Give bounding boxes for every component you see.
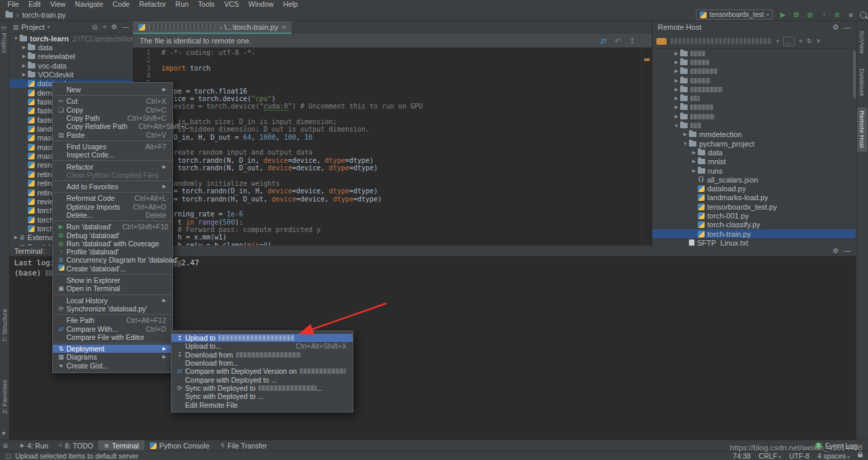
remote-item-redacted[interactable]: ▶ <box>652 76 856 85</box>
context-menu-item-cut[interactable]: ✂CutCtrl+X <box>53 97 172 105</box>
context-menu-item-reformat-code[interactable]: Reformat CodeCtrl+Alt+L <box>53 194 172 202</box>
remote-item-redacted[interactable]: ▶ <box>652 94 856 102</box>
context-menu-item-optimize-imports[interactable]: Optimize ImportsCtrl+Alt+O <box>53 203 172 211</box>
status-widget-4-spaces[interactable]: 4 spaces <box>818 452 850 460</box>
sidebar-item-sciview[interactable]: SciView <box>857 27 867 57</box>
remote-item-redacted[interactable]: ▶ <box>652 58 856 66</box>
search-icon[interactable] <box>860 12 867 18</box>
run-button[interactable]: ▶ <box>778 11 787 18</box>
deployment-item-sync-with-deployed-to[interactable]: ⟳Sync with Deployed to ... <box>172 384 353 392</box>
context-menu-item-open-in-terminal[interactable]: ▣Open in Terminal <box>53 284 172 292</box>
remote-item-redacted[interactable]: ▶ <box>652 103 856 112</box>
menu-edit[interactable]: Edit <box>24 0 45 9</box>
sidebar-item-structure[interactable]: 7: Structure <box>1 309 8 342</box>
expand-icon[interactable]: ▶ <box>673 60 680 65</box>
context-menu-item-deployment[interactable]: ⇅Deployment▶ <box>53 345 172 353</box>
remote-item-torch-001-py[interactable]: torch-001.py <box>652 211 856 220</box>
menu-help[interactable]: Help <box>279 0 303 9</box>
remote-item-redacted[interactable]: ▶ <box>652 112 856 121</box>
editor-panel[interactable]: - \...\torch-train.py × The file is iden… <box>133 20 652 246</box>
stop-button[interactable]: ■ <box>846 11 855 18</box>
editor-scrollbar[interactable] <box>641 49 652 246</box>
collapse-icon[interactable]: ▼ <box>673 123 680 128</box>
settings-icon[interactable]: ⚙ <box>833 247 839 254</box>
tool-window-tab-file-transfer[interactable]: ⇅File Transfer <box>215 440 273 451</box>
code-area[interactable]: 1# -*- coding: utf-8 -*-23import torch45… <box>133 49 642 246</box>
menu-window[interactable]: Window <box>243 0 278 9</box>
status-widget-utf-8[interactable]: UTF-8 <box>789 452 810 460</box>
remote-item-runs[interactable]: ▶runs <box>652 166 856 175</box>
expand-icon[interactable]: ▶ <box>20 45 28 50</box>
remote-item-sftp-linux-txt[interactable]: SFTP_Linux.txt <box>652 238 856 246</box>
remote-item-redacted[interactable]: ▼ <box>652 121 856 130</box>
remote-item-mnist[interactable]: ▶mnist <box>652 157 856 166</box>
remote-item-pycharm-project[interactable]: ▼pycharm_project <box>652 139 856 148</box>
menu-tools[interactable]: Tools <box>193 0 220 9</box>
context-menu-item-clean-python-compiled-files[interactable]: Clean Python Compiled Files <box>53 171 172 179</box>
expand-icon[interactable]: ▶ <box>690 168 698 174</box>
deployment-item-edit-remote-file[interactable]: Edit Remote File <box>172 400 353 408</box>
remote-item-landmarks-load-py[interactable]: landmarks-load.py <box>652 193 856 202</box>
run-config-select[interactable]: tensorboardx_test ▾ <box>696 9 773 20</box>
expand-icon[interactable]: ▶ <box>20 54 28 59</box>
context-menu-item-debug-dataload[interactable]: ✿Debug 'dataload' <box>53 231 172 239</box>
project-item-vocdevkit[interactable]: ▶VOCdevkit <box>9 70 133 79</box>
context-menu-item-diagrams[interactable]: ▦Diagrams▶ <box>53 353 172 361</box>
close-icon[interactable]: × <box>281 23 285 31</box>
project-item-data[interactable]: ▶data <box>9 43 133 52</box>
project-item-torch-learn[interactable]: ▼torch-learnJ:\TCL\projects\torch-learn <box>9 34 133 43</box>
close-icon[interactable]: × <box>816 37 821 45</box>
breadcrumb-file[interactable]: torch-train.py <box>22 11 66 19</box>
refresh-icon[interactable]: ↻ <box>807 37 812 45</box>
menu-code[interactable]: Code <box>108 0 134 9</box>
expand-icon[interactable]: ▶ <box>20 72 28 77</box>
collapse-all-icon[interactable]: ÷ <box>799 37 803 45</box>
menu-file[interactable]: File <box>3 0 24 9</box>
sidebar-item-remote-host[interactable]: Remote Host <box>857 107 867 151</box>
menu-refactor[interactable]: Refactor <box>134 0 171 9</box>
context-menu-item-create-gist[interactable]: ●Create Gist... <box>53 362 172 370</box>
hide-panel-icon[interactable]: — <box>844 23 851 31</box>
project-panel-title[interactable]: Project <box>22 23 45 31</box>
expand-icon[interactable]: ▶ <box>673 78 680 83</box>
context-menu-item-copy-path[interactable]: Copy PathCtrl+Shift+C <box>53 114 172 122</box>
context-menu-item-run-dataload-with-coverage[interactable]: ◍Run 'dataload' with Coverage <box>53 239 172 248</box>
deployment-item-compare-with-deployed-to[interactable]: Compare with Deployed to ... <box>172 375 353 383</box>
tool-window-tab-6-todo[interactable]: ≡6: TODO <box>54 440 98 451</box>
expand-icon[interactable]: ▶ <box>20 63 28 69</box>
menu-navigate[interactable]: Navigate <box>71 0 108 9</box>
context-menu-item-show-in-explorer[interactable]: Show in Explorer <box>53 276 172 284</box>
deployment-item-compare-with-deployed-version-on[interactable]: ⇄Compare with Deployed Version on <box>172 367 353 375</box>
context-menu-item-inspect-code[interactable]: Inspect Code... <box>53 151 172 159</box>
deployment-item-upload-to[interactable]: ↥Upload to <box>172 334 353 342</box>
sidebar-item-project[interactable]: 1: Project <box>1 26 8 53</box>
context-menu-item-local-history[interactable]: Local History▶ <box>53 296 172 305</box>
remote-item-torch-classify-py[interactable]: torch-classify.py <box>652 221 856 229</box>
remote-item-dataload-py[interactable]: dataload.py <box>652 184 856 193</box>
run-with-coverage-button[interactable]: ◍ <box>806 11 814 18</box>
expand-icon[interactable]: ▶ <box>690 150 698 155</box>
context-menu-item-find-usages[interactable]: Find UsagesAlt+F7 <box>53 142 172 151</box>
expand-icon[interactable]: ▶ <box>673 114 680 119</box>
menu-run[interactable]: Run <box>171 0 193 9</box>
deployment-item-download-from[interactable]: Download from... <box>172 359 353 367</box>
context-menu-item-paste[interactable]: ▤PasteCtrl+V <box>53 130 172 138</box>
context-menu-item-run-dataload[interactable]: ▶Run 'dataload'Ctrl+Shift+F10 <box>53 223 172 231</box>
context-menu-item-new[interactable]: New▶ <box>53 85 172 94</box>
browse-button[interactable]: ... <box>783 37 795 46</box>
lock-icon[interactable] <box>858 454 863 457</box>
expand-icon[interactable]: ▶ <box>673 87 680 92</box>
deployment-item-sync-with-deployed-to[interactable]: Sync with Deployed to ... <box>172 392 353 400</box>
context-menu-item-copy-relative-path[interactable]: Copy Relative PathCtrl+Alt+Shift+C <box>53 122 172 130</box>
upload-icon[interactable]: ↥ <box>629 37 635 45</box>
rollback-icon[interactable]: ↶ <box>615 37 621 45</box>
status-widget-74-38[interactable]: 74:38 <box>733 452 751 460</box>
context-menu-item-compare-with[interactable]: ⇄Compare With...Ctrl+D <box>53 324 172 332</box>
collapse-icon[interactable]: ▼ <box>682 141 689 146</box>
project-item-voc-data[interactable]: ▶voc-data <box>9 61 133 70</box>
window-grid-icon[interactable]: ⊞ <box>0 442 11 449</box>
remote-item-mmdetection[interactable]: ▶mmdetection <box>652 130 856 139</box>
tool-window-tab-terminal[interactable]: ▣Terminal <box>98 440 144 451</box>
settings-icon[interactable]: ⚙ <box>832 23 839 32</box>
expand-icon[interactable]: ▶ <box>12 235 20 240</box>
